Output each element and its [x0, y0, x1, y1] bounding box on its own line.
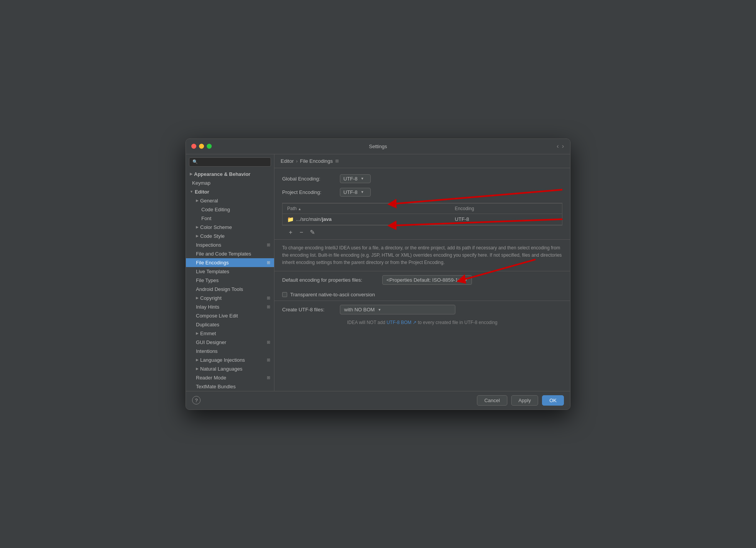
close-button[interactable] — [191, 144, 196, 149]
panel-body: Global Encoding: UTF-8 ▼ Project Encodin… — [274, 168, 570, 391]
nav-arrows: ‹ › — [557, 143, 564, 150]
sidebar-item-reader-mode[interactable]: Reader Mode ⊞ — [186, 373, 274, 382]
sidebar-item-label: Natural Languages — [200, 366, 243, 372]
ok-button[interactable]: OK — [542, 395, 564, 406]
window-title: Settings — [369, 144, 387, 149]
settings-badge: ⊞ — [267, 340, 270, 345]
bom-link[interactable]: UTF-8 BOM ↗ — [386, 320, 416, 325]
global-encoding-row: Global Encoding: UTF-8 ▼ — [282, 174, 562, 183]
sidebar-item-label: Compose Live Edit — [196, 313, 238, 319]
sidebar-item-code-style[interactable]: ▶ Code Style — [186, 232, 274, 241]
sidebar-item-color-scheme[interactable]: ▶ Color Scheme — [186, 223, 274, 232]
breadcrumb-parent: Editor — [281, 158, 294, 164]
maximize-button[interactable] — [207, 144, 212, 149]
sidebar-item-label: Inlay Hints — [196, 304, 219, 310]
sidebar-item-label: Font — [201, 216, 211, 221]
global-encoding-dropdown[interactable]: UTF-8 ▼ — [340, 174, 371, 183]
back-arrow[interactable]: ‹ — [557, 143, 559, 150]
folder-icon: 📁 — [287, 216, 294, 222]
help-icon: ? — [195, 398, 197, 403]
dropdown-caret-icon: ▼ — [464, 278, 468, 282]
default-encoding-row: Default encoding for properties files: <… — [274, 271, 570, 289]
sidebar-item-keymap[interactable]: Keymap — [186, 179, 274, 187]
forward-arrow[interactable]: › — [562, 143, 564, 150]
sidebar-item-live-templates[interactable]: Live Templates — [186, 267, 274, 276]
settings-badge: ⊞ — [267, 304, 270, 309]
sidebar-item-inlay-hints[interactable]: Inlay Hints ⊞ — [186, 302, 274, 311]
table-body: 📁 .../src/main/java UTF-8 — [283, 214, 562, 225]
breadcrumb-current: File Encodings — [300, 158, 333, 164]
sidebar-item-inspections[interactable]: Inspections ⊞ — [186, 241, 274, 249]
sidebar-item-compose-live-edit[interactable]: Compose Live Edit — [186, 311, 274, 320]
sidebar-item-code-editing[interactable]: Code Editing — [186, 205, 274, 214]
sidebar-item-textmate-bundles[interactable]: TextMate Bundles — [186, 382, 274, 391]
sidebar-nav: ▶ Appearance & Behavior Keymap ▼ Editor … — [186, 170, 274, 391]
add-button[interactable]: + — [287, 229, 294, 236]
sidebar-item-general[interactable]: ▶ General — [186, 196, 274, 205]
chevron-right-icon: ▶ — [196, 367, 199, 371]
sidebar-item-emmet[interactable]: ▶ Emmet — [186, 329, 274, 338]
settings-badge: ⊞ — [267, 296, 270, 301]
breadcrumb-icon: ⊞ — [335, 159, 339, 164]
settings-badge: ⊞ — [267, 260, 270, 265]
sidebar-item-file-code-templates[interactable]: File and Code Templates — [186, 249, 274, 258]
traffic-lights — [191, 144, 212, 149]
sidebar-item-appearance[interactable]: ▶ Appearance & Behavior — [186, 170, 274, 179]
settings-badge: ⊞ — [267, 242, 270, 247]
sidebar-item-duplicates[interactable]: Duplicates — [186, 320, 274, 329]
right-panel: Editor › File Encodings ⊞ — [274, 154, 570, 391]
chevron-right-icon: ▶ — [190, 172, 192, 176]
sidebar-item-label: File Encodings — [196, 260, 229, 266]
title-bar: Settings ‹ › — [186, 139, 570, 154]
sidebar-item-file-encodings[interactable]: File Encodings ⊞ — [186, 258, 274, 267]
sidebar-item-label: Language Injections — [200, 357, 245, 363]
edit-button[interactable]: ✎ — [308, 229, 316, 236]
dropdown-caret-icon: ▼ — [378, 308, 381, 312]
table-wrapper: Path ▲ Encoding — [282, 203, 562, 225]
sidebar-item-gui-designer[interactable]: GUI Designer ⊞ — [186, 338, 274, 347]
utf8-files-value: with NO BOM — [344, 307, 375, 312]
search-input[interactable] — [200, 159, 268, 165]
encoding-fields: Global Encoding: UTF-8 ▼ Project Encodin… — [274, 168, 570, 203]
global-encoding-label: Global Encoding: — [282, 176, 336, 182]
table-row[interactable]: 📁 .../src/main/java UTF-8 — [283, 214, 562, 225]
settings-badge: ⊞ — [267, 358, 270, 363]
transparent-conversion-checkbox[interactable] — [282, 292, 287, 297]
sidebar-item-file-types[interactable]: File Types — [186, 276, 274, 285]
search-box[interactable]: 🔍 — [189, 157, 271, 167]
sidebar-item-copyright[interactable]: ▶ Copyright ⊞ — [186, 294, 274, 302]
help-button[interactable]: ? — [192, 396, 201, 404]
bom-note: IDEA will NOT add UTF-8 BOM ↗ to every c… — [274, 318, 570, 329]
minimize-button[interactable] — [199, 144, 204, 149]
sidebar-item-intentions[interactable]: Intentions — [186, 347, 274, 356]
settings-badge: ⊞ — [267, 375, 270, 380]
sidebar-item-android-design-tools[interactable]: Android Design Tools — [186, 285, 274, 294]
default-encoding-value: <Properties Default: ISO-8859-1> — [386, 277, 461, 283]
utf8-files-row: Create UTF-8 files: with NO BOM ▼ — [274, 301, 570, 318]
description-area: To change encoding IntelliJ IDEA uses fo… — [274, 239, 570, 271]
dropdown-caret-icon: ▼ — [361, 177, 364, 180]
apply-button[interactable]: Apply — [511, 395, 539, 406]
sidebar-item-label: TextMate Bundles — [196, 384, 236, 389]
bom-note-suffix: to every created file in UTF-8 encoding — [416, 320, 497, 325]
sidebar-item-language-injections[interactable]: ▶ Language Injections ⊞ — [186, 356, 274, 364]
project-encoding-dropdown[interactable]: UTF-8 ▼ — [340, 188, 371, 197]
sidebar-item-label: Reader Mode — [196, 375, 226, 381]
sidebar-item-label: File and Code Templates — [196, 251, 251, 257]
transparent-conversion-label: Transparent native-to-ascii conversion — [290, 292, 375, 297]
settings-window: Settings ‹ › 🔍 ▶ Appearance & Behavior K… — [186, 139, 570, 410]
sidebar-item-natural-languages[interactable]: ▶ Natural Languages — [186, 364, 274, 373]
sidebar-item-font[interactable]: Font — [186, 214, 274, 223]
cancel-button[interactable]: Cancel — [477, 395, 507, 406]
default-encoding-dropdown[interactable]: <Properties Default: ISO-8859-1> ▼ — [382, 275, 472, 285]
sidebar-item-label: Emmet — [200, 331, 216, 336]
bottom-bar: ? Cancel Apply OK — [186, 391, 570, 409]
table-area: Path ▲ Encoding — [274, 203, 570, 239]
sidebar-item-editor[interactable]: ▼ Editor — [186, 187, 274, 196]
utf8-files-dropdown[interactable]: with NO BOM ▼ — [340, 305, 455, 314]
project-encoding-value: UTF-8 — [343, 189, 358, 195]
remove-button[interactable]: − — [298, 229, 305, 236]
project-encoding-row: Project Encoding: UTF-8 ▼ — [282, 188, 562, 197]
sidebar-item-label: Color Scheme — [200, 224, 232, 230]
sidebar-item-label: Copyright — [200, 295, 222, 301]
